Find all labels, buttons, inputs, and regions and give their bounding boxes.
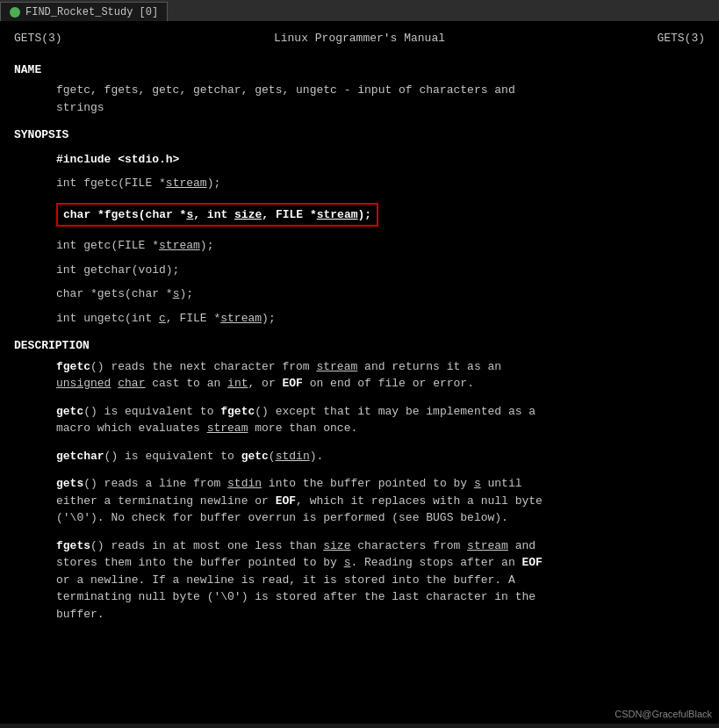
char-ref: char [118, 377, 145, 390]
description-title: DESCRIPTION [14, 337, 705, 355]
main-content: GETS(3) Linux Programmer's Manual GETS(3… [0, 21, 719, 724]
desc-para1: fgetc() reads the next character from st… [56, 358, 705, 393]
gets-line: char *gets(char *s); [56, 285, 705, 303]
tab-icon [10, 7, 20, 18]
getc-ref2: getc [241, 450, 269, 463]
desc-para5: fgets() reads in at most one less than s… [56, 537, 705, 623]
tab-bar: FIND_Rocket_Study [0] [0, 0, 719, 21]
header-right: GETS(3) [657, 30, 705, 47]
stream-ref3: stream [467, 539, 508, 552]
ungetc-c: c [159, 312, 166, 325]
synopsis-section: SYNOPSIS #include <stdio.h> int fgetc(FI… [14, 126, 705, 327]
desc-para4: gets() reads a line from stdin into the … [56, 475, 705, 527]
manual-header: GETS(3) Linux Programmer's Manual GETS(3… [14, 30, 705, 47]
stream-ref2: stream [207, 422, 248, 435]
size-ref: size [323, 539, 350, 552]
gets-s: s [173, 287, 180, 300]
fgets-bold: char *fgets(char *s, int size, FILE *str… [63, 208, 371, 221]
desc-para3: getchar() is equivalent to getc(stdin). [56, 448, 705, 465]
fgetc-ref2: fgetc [220, 405, 255, 418]
description-section: DESCRIPTION fgetc() reads the next chara… [14, 337, 705, 623]
desc-para2: getc() is equivalent to fgetc() except t… [56, 403, 705, 437]
terminal-tab[interactable]: FIND_Rocket_Study [0] [0, 2, 168, 21]
fgetc-stream: stream [166, 177, 207, 190]
tab-label: FIND_Rocket_Study [0] [25, 4, 158, 20]
watermark: CSDN@GracefulBlack [615, 707, 712, 722]
include-line: #include <stdio.h> [56, 151, 705, 169]
getc-line: int getc(FILE *stream); [56, 237, 705, 255]
stdin-ref1: stdin [276, 450, 310, 463]
getchar-line: int getchar(void); [56, 262, 705, 279]
getc-stream: stream [159, 239, 200, 252]
getchar-func: getchar [56, 450, 104, 463]
ungetc-line: int ungetc(int c, FILE *stream); [56, 310, 705, 328]
getc-func: getc [56, 405, 83, 418]
s-ref1: s [474, 477, 481, 490]
stream-ref1: stream [316, 360, 357, 373]
synopsis-title: SYNOPSIS [14, 126, 705, 144]
gets-func: gets [56, 477, 83, 490]
header-left: GETS(3) [14, 30, 62, 47]
header-center: Linux Programmer's Manual [274, 30, 445, 47]
name-content: fgetc, fgets, getc, getchar, gets, unget… [56, 82, 705, 116]
ungetc-stream: stream [220, 312, 262, 325]
fgets-func: fgets [56, 539, 90, 552]
fgetc-func: fgetc [56, 360, 90, 373]
eof-ref2: EOF [276, 494, 296, 508]
eof-ref3: EOF [522, 556, 543, 569]
name-title: NAME [14, 61, 705, 79]
s-ref2: s [344, 556, 351, 569]
fgetc-line: int fgetc(FILE *stream); [56, 175, 705, 192]
include-text: #include <stdio.h> [56, 153, 179, 166]
eof-ref1: EOF [283, 377, 303, 390]
int-ref: int [227, 377, 248, 390]
name-section: NAME fgetc, fgets, getc, getchar, gets, … [14, 61, 705, 117]
unsigned-ref: unsigned [56, 377, 111, 390]
fgets-highlight-box: char *fgets(char *s, int size, FILE *str… [56, 203, 378, 227]
stdin-ref2: stdin [227, 477, 262, 490]
